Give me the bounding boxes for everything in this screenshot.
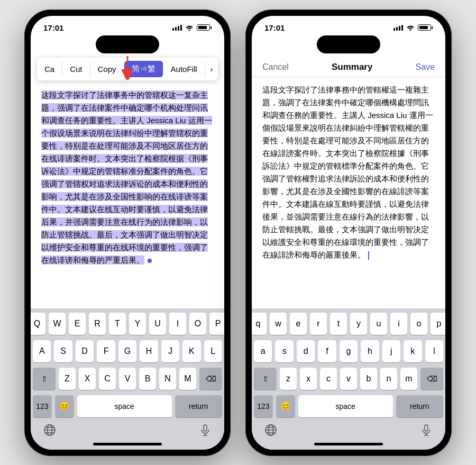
key-2-n[interactable]: n xyxy=(380,368,397,390)
status-bar-2: 17:01 xyxy=(252,16,445,35)
key-2-l[interactable]: l xyxy=(425,340,443,362)
globe-icon-1[interactable] xyxy=(43,424,56,436)
key-f[interactable]: F xyxy=(97,340,115,362)
key-2-emoji[interactable]: 😊 xyxy=(276,395,295,417)
key-q[interactable]: Q xyxy=(31,313,45,335)
wifi-icon xyxy=(185,24,194,31)
key-emoji-1[interactable]: 😊 xyxy=(55,395,74,417)
key-n[interactable]: N xyxy=(159,368,176,390)
key-c[interactable]: C xyxy=(99,368,116,390)
key-k[interactable]: K xyxy=(182,340,200,362)
toolbar-cut[interactable]: Cut xyxy=(62,61,90,77)
keyboard-2-row-2: a s d f g h j k l xyxy=(254,340,443,362)
key-v[interactable]: V xyxy=(119,368,136,390)
key-d[interactable]: D xyxy=(76,340,94,362)
save-button[interactable]: Save xyxy=(416,62,435,72)
key-2-u[interactable]: u xyxy=(370,313,387,335)
key-2-d[interactable]: d xyxy=(297,340,315,362)
key-t[interactable]: T xyxy=(109,313,126,335)
phones-container: 17:01 xyxy=(24,10,452,456)
key-2-delete[interactable]: ⌫ xyxy=(420,368,443,390)
key-2-c[interactable]: c xyxy=(320,368,337,390)
home-bar-2 xyxy=(314,443,383,445)
wifi-icon-2 xyxy=(406,24,415,31)
key-s[interactable]: S xyxy=(54,340,72,362)
key-j[interactable]: J xyxy=(161,340,179,362)
key-2-shift[interactable]: ⇧ xyxy=(254,368,277,390)
phone-2-screen: 17:01 Cancel xyxy=(252,16,445,450)
key-2-a[interactable]: a xyxy=(254,340,272,362)
key-space-1[interactable]: space xyxy=(77,395,172,417)
key-a[interactable]: A xyxy=(33,340,51,362)
key-delete[interactable]: ⌫ xyxy=(199,368,222,390)
key-2-v[interactable]: v xyxy=(340,368,357,390)
time-1: 17:01 xyxy=(43,23,63,32)
toolbar-autofill[interactable]: AutoFill xyxy=(163,61,205,77)
toolbar-more[interactable]: › xyxy=(205,61,218,77)
key-2-m[interactable]: m xyxy=(400,368,417,390)
phone-1-screen: 17:01 xyxy=(31,16,224,450)
key-2-q[interactable]: q xyxy=(252,313,267,335)
key-2-o[interactable]: o xyxy=(410,313,427,335)
key-2-b[interactable]: b xyxy=(360,368,377,390)
key-2-g[interactable]: g xyxy=(340,340,358,362)
key-i[interactable]: I xyxy=(169,313,186,335)
key-2-j[interactable]: j xyxy=(382,340,400,362)
mic-icon-1[interactable] xyxy=(199,424,212,436)
key-g[interactable]: G xyxy=(118,340,136,362)
key-2-i[interactable]: i xyxy=(390,313,407,335)
cursor-dot-1 xyxy=(148,259,152,263)
home-bar-1 xyxy=(93,443,162,445)
key-o[interactable]: O xyxy=(189,313,206,335)
key-x[interactable]: X xyxy=(79,368,96,390)
key-2-space[interactable]: space xyxy=(298,395,393,417)
text-area-1[interactable]: 这段文字探讨了法律事务中的管辖权这一复杂主题，强调了在法律案件中确定哪个机构处理… xyxy=(31,83,224,308)
key-2-y[interactable]: y xyxy=(350,313,367,335)
key-shift[interactable]: ⇧ xyxy=(33,368,56,390)
key-return-1[interactable]: return xyxy=(175,395,222,417)
key-2-return[interactable]: return xyxy=(396,395,443,417)
key-l[interactable]: L xyxy=(204,340,222,362)
key-w[interactable]: W xyxy=(49,313,66,335)
signal-icon-2 xyxy=(393,25,403,31)
key-2-z[interactable]: z xyxy=(280,368,297,390)
toolbar-ca[interactable]: Ca xyxy=(37,61,62,77)
key-2-k[interactable]: k xyxy=(404,340,422,362)
key-2-t[interactable]: t xyxy=(330,313,347,335)
dynamic-island-2 xyxy=(317,35,380,53)
globe-icon-2[interactable] xyxy=(264,424,277,436)
key-2-r[interactable]: r xyxy=(310,313,327,335)
key-2-e[interactable]: e xyxy=(290,313,307,335)
red-arrow-icon xyxy=(117,53,138,80)
key-b[interactable]: B xyxy=(139,368,156,390)
text-area-2[interactable]: 這段文字探討了法律事務中的管轄權這一複雜主題，強調了在法律案件中確定哪個機構處理… xyxy=(252,77,445,308)
key-2-p[interactable]: p xyxy=(431,313,445,335)
key-h[interactable]: H xyxy=(140,340,158,362)
keyboard-2-row-4: 123 😊 space return xyxy=(254,395,443,417)
status-icons-1 xyxy=(172,24,212,31)
keyboard-2-row-3: ⇧ z x c v b n m ⌫ xyxy=(254,368,443,390)
signal-icon xyxy=(172,25,182,31)
key-u[interactable]: U xyxy=(149,313,166,335)
key-z[interactable]: Z xyxy=(59,368,76,390)
key-2-x[interactable]: x xyxy=(300,368,317,390)
svg-rect-14 xyxy=(425,425,428,431)
key-2-w[interactable]: w xyxy=(270,313,287,335)
key-2-123[interactable]: 123 xyxy=(254,395,273,417)
keyboard-2-row-1: q w e r t y u i o p xyxy=(254,313,443,335)
bottom-bar-1 xyxy=(33,423,222,440)
key-r[interactable]: R xyxy=(89,313,106,335)
key-p[interactable]: P xyxy=(209,313,224,335)
status-bar-1: 17:01 xyxy=(31,16,224,35)
cancel-button[interactable]: Cancel xyxy=(262,62,289,72)
key-2-s[interactable]: s xyxy=(275,340,293,362)
key-2-f[interactable]: f xyxy=(318,340,336,362)
mic-icon-2[interactable] xyxy=(420,424,433,436)
key-e[interactable]: E xyxy=(69,313,86,335)
battery-icon xyxy=(197,24,212,31)
key-m[interactable]: M xyxy=(179,368,196,390)
key-2-h[interactable]: h xyxy=(361,340,379,362)
key-123-1[interactable]: 123 xyxy=(33,395,52,417)
key-y[interactable]: Y xyxy=(129,313,146,335)
text-cursor-2 xyxy=(368,251,369,260)
